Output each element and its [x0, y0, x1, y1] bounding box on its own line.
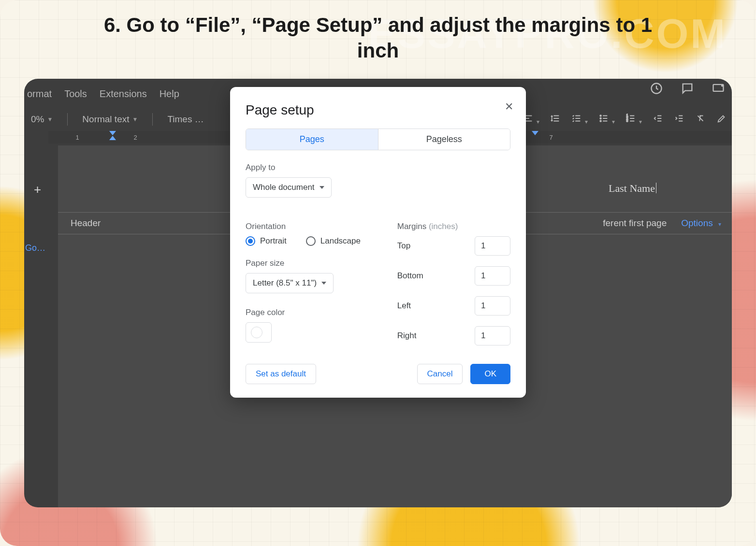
caret-icon: ▾: [537, 118, 539, 125]
paper-size-value: Letter (8.5" x 11"): [253, 278, 317, 288]
margins-label: Margins (inches): [397, 222, 510, 231]
dialog-title: Page setup: [246, 102, 510, 118]
caret-icon: ▾: [639, 118, 642, 125]
outline-link[interactable]: Go…: [24, 243, 45, 253]
svg-point-5: [600, 120, 601, 122]
margin-top-input[interactable]: [475, 236, 510, 256]
page-color-label: Page color: [246, 308, 370, 317]
instruction-text: 6. Go to “File”, “Page Setup” and adjust…: [87, 13, 669, 63]
apply-to-label: Apply to: [246, 163, 510, 172]
app-top-right-icons: [650, 82, 725, 97]
margin-left-label: Left: [397, 301, 464, 311]
comment-icon[interactable]: [681, 82, 694, 97]
margin-right-label: Right: [397, 331, 464, 341]
menu-format[interactable]: ormat: [27, 88, 52, 100]
paper-size-dropdown[interactable]: Letter (8.5" x 11"): [246, 273, 334, 293]
present-icon[interactable]: [712, 82, 725, 97]
orientation-label: Orientation: [246, 222, 370, 231]
zoom-dropdown[interactable]: 0%▼: [24, 111, 59, 128]
tab-pageless[interactable]: Pageless: [378, 129, 510, 150]
color-swatch: [251, 327, 262, 338]
margin-top-label: Top: [397, 241, 464, 251]
decrease-indent-icon[interactable]: [653, 113, 663, 126]
checklist-icon[interactable]: ▾: [571, 113, 588, 126]
dialog-action-row: Set as default Cancel OK: [246, 364, 510, 384]
margin-bottom-label: Bottom: [397, 271, 464, 281]
menu-help[interactable]: Help: [160, 88, 179, 100]
right-indent-marker[interactable]: [532, 131, 538, 135]
document-header-text[interactable]: Last Name: [609, 182, 656, 195]
bulleted-list-icon[interactable]: ▾: [598, 113, 615, 126]
edit-mode-icon[interactable]: [716, 113, 727, 126]
margin-right-input[interactable]: [475, 326, 510, 345]
cancel-button[interactable]: Cancel: [417, 364, 463, 384]
style-dropdown[interactable]: Normal text▼: [75, 111, 145, 128]
header-label: Header: [71, 218, 101, 229]
orientation-radios: Portrait Landscape: [246, 236, 370, 246]
radio-landscape[interactable]: Landscape: [306, 236, 361, 246]
history-icon[interactable]: [650, 82, 663, 97]
different-first-page-checkbox-label[interactable]: ferent first page: [603, 218, 667, 229]
page-color-dropdown[interactable]: [246, 322, 272, 343]
radio-portrait[interactable]: Portrait: [246, 236, 287, 246]
apply-to-value: Whole document: [253, 183, 315, 192]
style-value: Normal text: [82, 114, 129, 125]
options-label: Options: [681, 218, 712, 228]
chevron-down-icon: [321, 282, 326, 285]
add-tab-button[interactable]: +: [34, 182, 41, 197]
close-icon[interactable]: ✕: [505, 101, 513, 113]
font-dropdown[interactable]: Times …: [160, 111, 210, 128]
svg-point-2: [722, 85, 723, 86]
increase-indent-icon[interactable]: [674, 113, 684, 126]
tab-pages[interactable]: Pages: [246, 129, 378, 150]
apply-to-dropdown[interactable]: Whole document: [246, 177, 332, 198]
caret-icon: ▾: [585, 118, 588, 125]
clear-formatting-icon[interactable]: [695, 113, 706, 126]
menu-extensions[interactable]: Extensions: [100, 88, 147, 100]
ruler-number: 2: [133, 134, 137, 141]
margin-bottom-input[interactable]: [475, 266, 510, 286]
paper-size-label: Paper size: [246, 259, 370, 268]
chevron-down-icon: [320, 186, 324, 189]
caret-icon: ▾: [718, 221, 721, 228]
set-as-default-button[interactable]: Set as default: [246, 364, 316, 384]
numbered-list-icon[interactable]: 123▾: [625, 113, 642, 126]
caret-icon: ▼: [47, 116, 53, 123]
text-cursor: [656, 183, 656, 193]
caret-icon: ▾: [612, 118, 615, 125]
margins-unit: (inches): [429, 222, 458, 231]
svg-point-4: [600, 118, 601, 119]
page-setup-dialog: Page setup ✕ Pages Pageless Apply to Who…: [230, 87, 526, 398]
toolbar-right: ▾ ▾ ▾ 123▾: [523, 109, 727, 130]
ruler-number: 7: [549, 134, 552, 141]
menu-bar: ormat Tools Extensions Help: [27, 88, 179, 100]
header-options-dropdown[interactable]: Options ▾: [681, 218, 721, 229]
menu-tools[interactable]: Tools: [64, 88, 87, 100]
toolbar-separator: [152, 113, 153, 126]
svg-text:3: 3: [626, 119, 628, 122]
font-value: Times …: [167, 114, 204, 125]
last-name-text: Last Name: [609, 182, 655, 194]
first-line-indent-marker[interactable]: [109, 131, 116, 135]
margin-left-input[interactable]: [475, 296, 510, 316]
zoom-value: 0%: [31, 114, 44, 125]
ruler-number: 1: [75, 134, 79, 141]
toolbar-separator: [67, 113, 68, 126]
dialog-tabs: Pages Pageless: [246, 129, 510, 150]
left-indent-marker[interactable]: [109, 136, 116, 140]
svg-point-3: [600, 115, 601, 116]
caret-icon: ▼: [132, 116, 138, 123]
line-spacing-icon[interactable]: [550, 113, 561, 126]
ok-button[interactable]: OK: [470, 364, 510, 384]
portrait-label: Portrait: [260, 236, 287, 246]
landscape-label: Landscape: [320, 236, 361, 246]
instruction-banner: 6. Go to “File”, “Page Setup” and adjust…: [0, 13, 756, 63]
